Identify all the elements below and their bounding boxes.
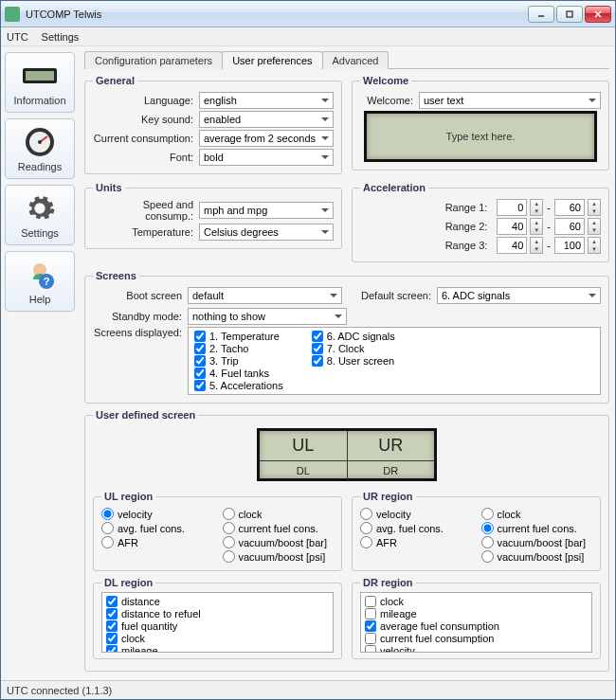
- minimize-button[interactable]: [528, 6, 554, 23]
- checkbox[interactable]: [106, 608, 118, 619]
- sidebar-item-readings[interactable]: Readings: [5, 118, 75, 179]
- radio[interactable]: [481, 522, 494, 534]
- list-item[interactable]: clock: [365, 596, 588, 607]
- tab-advanced[interactable]: Advanced: [322, 51, 390, 69]
- list-item[interactable]: distance: [106, 596, 329, 607]
- radio[interactable]: [481, 508, 494, 520]
- radio[interactable]: [101, 522, 114, 534]
- screen-display-item[interactable]: 4. Fuel tanks: [194, 368, 283, 379]
- temp-select[interactable]: Celsius degrees: [199, 224, 334, 241]
- spinner-icon[interactable]: ▲▼: [530, 218, 543, 235]
- screen-display-item[interactable]: 3. Trip: [194, 355, 283, 367]
- sidebar-item-help[interactable]: ? Help: [5, 251, 75, 312]
- spinner-icon[interactable]: ▲▼: [588, 218, 601, 235]
- range3-to[interactable]: ▲▼: [554, 237, 601, 254]
- list-item[interactable]: mileage: [365, 608, 588, 619]
- maximize-button[interactable]: [556, 6, 583, 23]
- radio[interactable]: [223, 536, 235, 548]
- radio-option[interactable]: velocity: [360, 508, 472, 520]
- radio-option[interactable]: clock: [481, 508, 593, 520]
- language-select[interactable]: english: [199, 92, 334, 109]
- sidebar-item-information[interactable]: Information: [5, 52, 75, 113]
- default-screen-select[interactable]: 6. ADC signals: [437, 287, 601, 304]
- list-item[interactable]: current fuel consumption: [365, 633, 588, 644]
- checkbox[interactable]: [365, 620, 376, 632]
- checkbox[interactable]: [194, 380, 206, 391]
- checkbox[interactable]: [365, 645, 376, 653]
- checkbox[interactable]: [312, 355, 323, 367]
- boot-select[interactable]: default: [188, 287, 342, 304]
- spinner-icon[interactable]: ▲▼: [530, 237, 543, 254]
- checkbox[interactable]: [106, 596, 118, 607]
- standby-select[interactable]: nothing to show: [188, 308, 347, 325]
- menu-utc[interactable]: UTC: [7, 31, 28, 43]
- radio-option[interactable]: AFR: [101, 536, 213, 548]
- checkbox[interactable]: [312, 331, 323, 342]
- tab-config[interactable]: Configuration parameters: [84, 51, 223, 69]
- checkbox[interactable]: [312, 343, 323, 354]
- screen-display-item[interactable]: 7. Clock: [312, 343, 395, 354]
- dr-listbox[interactable]: clockmileageaverage fuel consumptioncurr…: [360, 592, 592, 653]
- range3-from[interactable]: ▲▼: [497, 237, 543, 254]
- radio-option[interactable]: clock: [223, 508, 335, 520]
- radio-option[interactable]: current fuel cons.: [223, 522, 335, 534]
- tab-userpref[interactable]: User preferences: [222, 51, 322, 69]
- checkbox[interactable]: [194, 331, 206, 342]
- radio[interactable]: [223, 508, 235, 520]
- speed-select[interactable]: mph and mpg: [199, 202, 334, 219]
- welcome-select[interactable]: user text: [419, 92, 601, 109]
- checkbox[interactable]: [106, 645, 118, 653]
- radio-option[interactable]: vacuum/boost [bar]: [223, 536, 335, 548]
- menu-settings[interactable]: Settings: [42, 31, 80, 43]
- checkbox[interactable]: [194, 368, 206, 379]
- spinner-icon[interactable]: ▲▼: [588, 199, 601, 216]
- radio[interactable]: [360, 522, 372, 534]
- range1-from[interactable]: ▲▼: [497, 199, 543, 216]
- list-item[interactable]: distance to refuel: [106, 608, 329, 619]
- radio-option[interactable]: vacuum/boost [psi]: [223, 550, 335, 563]
- radio-option[interactable]: velocity: [101, 508, 213, 520]
- curcons-select[interactable]: average from 2 seconds: [199, 130, 334, 147]
- spinner-icon[interactable]: ▲▼: [588, 237, 601, 254]
- radio[interactable]: [360, 508, 372, 520]
- radio[interactable]: [481, 536, 494, 548]
- list-item[interactable]: fuel quantity: [106, 620, 329, 632]
- radio-option[interactable]: AFR: [360, 536, 472, 548]
- keysound-select[interactable]: enabled: [199, 111, 334, 128]
- radio-option[interactable]: current fuel cons.: [481, 522, 593, 534]
- close-button[interactable]: [585, 6, 611, 23]
- radio[interactable]: [101, 536, 114, 548]
- list-item[interactable]: velocity: [365, 645, 588, 653]
- checkbox[interactable]: [106, 633, 118, 644]
- checkbox[interactable]: [365, 608, 376, 619]
- screen-display-item[interactable]: 1. Temperature: [194, 331, 283, 342]
- radio[interactable]: [481, 550, 494, 563]
- list-item[interactable]: average fuel consumption: [365, 620, 588, 632]
- radio-option[interactable]: vacuum/boost [psi]: [481, 550, 593, 563]
- radio-option[interactable]: avg. fuel cons.: [101, 522, 213, 534]
- range2-to[interactable]: ▲▼: [554, 218, 601, 235]
- checkbox[interactable]: [194, 355, 206, 367]
- font-select[interactable]: bold: [199, 149, 334, 166]
- spinner-icon[interactable]: ▲▼: [530, 199, 543, 216]
- range1-to[interactable]: ▲▼: [554, 199, 601, 216]
- radio[interactable]: [101, 508, 114, 520]
- radio[interactable]: [223, 522, 235, 534]
- screen-display-item[interactable]: 5. Accelerations: [194, 380, 283, 391]
- welcome-lcd[interactable]: Type text here.: [364, 111, 597, 162]
- screen-display-item[interactable]: 8. User screen: [312, 355, 395, 367]
- checkbox[interactable]: [106, 620, 118, 632]
- screen-display-item[interactable]: 2. Tacho: [194, 343, 283, 354]
- checkbox[interactable]: [365, 596, 376, 607]
- radio[interactable]: [360, 536, 372, 548]
- range2-from[interactable]: ▲▼: [497, 218, 543, 235]
- screen-display-item[interactable]: 6. ADC signals: [312, 331, 395, 342]
- checkbox[interactable]: [365, 633, 376, 644]
- checkbox[interactable]: [194, 343, 206, 354]
- radio-option[interactable]: vacuum/boost [bar]: [481, 536, 593, 548]
- radio-option[interactable]: avg. fuel cons.: [360, 522, 472, 534]
- radio[interactable]: [223, 550, 235, 563]
- sidebar-item-settings[interactable]: Settings: [5, 185, 75, 245]
- dl-listbox[interactable]: distancedistance to refuelfuel quantityc…: [101, 592, 334, 653]
- list-item[interactable]: mileage: [106, 645, 329, 653]
